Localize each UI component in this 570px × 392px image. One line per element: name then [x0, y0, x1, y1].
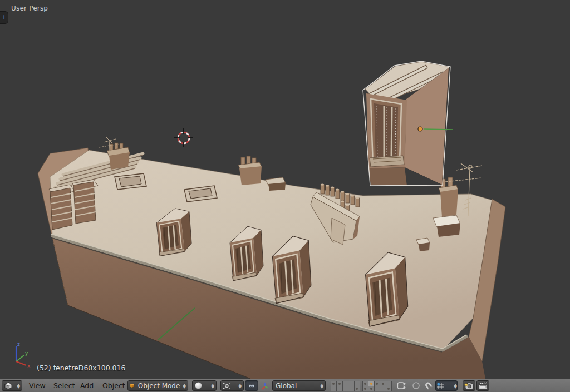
render-animation-button[interactable]	[476, 380, 489, 391]
orange-cube-icon	[130, 382, 135, 389]
layer-objects-dot	[387, 388, 390, 390]
dropdown-arrows-icon: ▲▼	[454, 384, 457, 388]
blender-window: z y x + User Persp (52) fenetreD60x100.0…	[0, 0, 570, 392]
dropdown-arrows-icon: ▲▼	[321, 384, 323, 388]
layers-group-1[interactable]	[331, 381, 360, 391]
layer-toggle[interactable]	[354, 386, 361, 391]
layer-objects-dot	[370, 388, 372, 390]
active-object-info: (52) fenetreD60x100.016	[37, 364, 125, 372]
selected-object-fenetre[interactable]	[363, 61, 453, 186]
menu-view[interactable]: View	[28, 379, 47, 392]
expand-region-tab[interactable]: +	[0, 11, 8, 24]
editor-type-dropdown[interactable]: ▲▼	[2, 380, 22, 391]
dropdown-arrows-icon: ▲▼	[183, 384, 186, 388]
layer-objects-dot	[332, 383, 335, 385]
view-name-label: User Persp	[11, 4, 48, 12]
manipulator-axis-button[interactable]	[259, 380, 271, 391]
rgb-axis-icon	[261, 381, 269, 390]
snap-toggle-button[interactable]	[423, 380, 434, 391]
dropdown-arrows-icon: ▲▼	[239, 384, 242, 388]
translate-manipulator-toggle[interactable]	[245, 380, 258, 391]
layer-objects-dot	[338, 383, 341, 385]
viewport-3d[interactable]: z y x + User Persp (52) fenetreD60x100.0…	[0, 0, 570, 379]
object-centers-button[interactable]	[395, 380, 407, 391]
axis-y-label: y	[25, 350, 28, 356]
sphere-shading-icon	[194, 381, 203, 390]
axis-x-label: x	[27, 363, 31, 369]
menu-object[interactable]: Object	[101, 379, 126, 392]
active-layer-dot	[370, 383, 372, 385]
camera-render-icon	[464, 381, 474, 390]
layer-toggle[interactable]	[386, 386, 392, 391]
pivot-point-dropdown[interactable]: ▲▼	[220, 380, 244, 391]
viewport-header: ▲▼ View Select Add Object Object Mode ▲▼	[0, 379, 570, 392]
layer-objects-dot	[382, 383, 384, 385]
menu-add[interactable]: Add	[79, 379, 95, 392]
menu-select[interactable]: Select	[52, 379, 76, 392]
translate-arrows-icon	[247, 383, 256, 389]
scene-render: z y x	[0, 0, 570, 379]
proportional-edit-circle-icon	[412, 381, 420, 390]
mode-dropdown[interactable]: Object Mode ▲▼	[127, 380, 188, 391]
object-y-axis-line	[424, 129, 453, 130]
3d-viewport-editor-icon	[4, 382, 13, 390]
shading-dropdown[interactable]: ▲▼	[192, 380, 217, 391]
axis-z-label: z	[17, 341, 20, 347]
orientation-value: Global	[274, 382, 298, 390]
pivot-point-icon	[223, 382, 231, 390]
layer-objects-dot	[356, 388, 358, 390]
magnet-icon	[424, 381, 433, 390]
object-origin-dot	[418, 127, 422, 131]
dropdown-arrows-icon: ▲▼	[17, 384, 20, 388]
layer-objects-dot	[364, 388, 366, 390]
snap-element-dropdown[interactable]: ▲▼	[435, 380, 458, 391]
dropdown-arrows-icon: ▲▼	[212, 384, 214, 388]
render-still-button[interactable]	[463, 380, 475, 391]
orientation-dropdown[interactable]: Global ▲▼	[272, 380, 326, 391]
snap-increment-icon	[436, 381, 445, 390]
proportional-edit-button[interactable]	[410, 380, 421, 391]
layer-objects-dot	[376, 383, 378, 385]
clapperboard-icon	[478, 381, 488, 390]
layer-objects-dot	[364, 383, 366, 385]
mode-value: Object Mode	[137, 382, 181, 390]
layers-group-2[interactable]	[362, 381, 392, 391]
object-centers-icon	[397, 381, 406, 390]
